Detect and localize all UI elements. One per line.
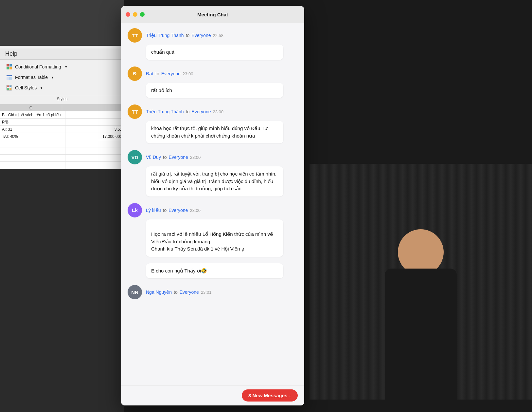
new-messages-button[interactable]: 3 New Messages ↓ (242, 389, 298, 402)
cell-empty[interactable] (0, 162, 65, 169)
svg-rect-3 (9, 67, 12, 69)
excel-grid: G H B - Giá trị sổ sách trên 1 cổ phiếu … (0, 104, 124, 169)
excel-panel: Help Conditional Formatting ▾ (0, 0, 124, 412)
message-meta: Lý kiều to Everyone 23:00 (146, 208, 201, 213)
message-group: Lk Lý kiều to Everyone 23:00 Học ra mới … (128, 203, 298, 257)
close-button[interactable] (126, 12, 130, 17)
sender-name: Đạt (146, 71, 153, 76)
svg-rect-5 (7, 77, 9, 78)
message-bubble: Học ra mới vỡ lẽ nhiều Lổ Hồng Kiến thức… (146, 219, 283, 257)
excel-top-bar (0, 0, 124, 46)
message-meta: Triệu Trung Thành to Everyone 22:58 (146, 33, 223, 38)
svg-rect-10 (7, 85, 9, 87)
chat-title: Meeting Chat (197, 12, 228, 17)
traffic-lights (126, 12, 145, 17)
message-group: E cho con ngủ Thầy ơi🤣 (128, 263, 298, 279)
cell-styles-icon (6, 84, 12, 91)
message-bubble: rất giá trị, rất tuyệt vời, trang bị cho… (146, 166, 283, 197)
recipient: Everyone (191, 109, 211, 114)
conditional-formatting-icon (6, 64, 12, 70)
chat-bottom-bar: 3 New Messages ↓ (121, 385, 304, 405)
cell-h4[interactable]: 17,000,000 (65, 133, 124, 140)
avatar: TT (128, 28, 142, 43)
conditional-formatting-item[interactable]: Conditional Formatting ▾ (3, 62, 121, 72)
avatar: Lk (128, 203, 142, 217)
to-text: to (155, 71, 159, 76)
recipient: Everyone (180, 290, 199, 295)
cell-empty[interactable] (0, 147, 65, 154)
video-area (310, 164, 532, 400)
format-as-table-item[interactable]: Format as Table ▾ (3, 72, 121, 83)
excel-help-label: Help (0, 48, 124, 60)
cell-empty[interactable] (0, 140, 65, 147)
message-header: Lk Lý kiều to Everyone 23:00 (128, 203, 298, 217)
message-meta: Vũ Duy to Everyone 23:00 (146, 155, 201, 160)
cell-h3[interactable]: 3,51 (65, 126, 124, 133)
to-text: to (174, 290, 178, 295)
message-bubble: chuẩn quá (146, 45, 283, 60)
svg-rect-8 (9, 78, 12, 80)
cell-h2[interactable] (65, 119, 124, 125)
table-row: B - Giá trị sổ sách trên 1 cổ phiếu (0, 111, 124, 119)
to-text: to (186, 109, 190, 114)
avatar: VD (128, 150, 142, 164)
svg-rect-4 (7, 75, 12, 76)
col-h-header: H (62, 105, 124, 111)
message-group: TT Triệu Trung Thành to Everyone 23:00 k… (128, 104, 298, 143)
cell-g2[interactable]: P/B (0, 119, 65, 125)
cell-styles-item[interactable]: Cell Styles ▾ (3, 83, 121, 93)
cell-empty[interactable] (65, 147, 124, 154)
cell-g1[interactable]: B - Giá trị sổ sách trên 1 cổ phiếu (0, 111, 65, 118)
excel-grid-header: G H (0, 104, 124, 111)
message-bubble: khóa học rất thực tế, giúp mình hiểu đún… (146, 121, 283, 143)
excel-styles-label: Styles (0, 95, 124, 103)
sender-name: Triệu Trung Thành (146, 33, 184, 38)
cell-empty[interactable] (65, 162, 124, 169)
avatar: NN (128, 285, 142, 299)
cell-g4[interactable]: TAI: 40% (0, 133, 65, 140)
cell-h1[interactable] (65, 111, 124, 118)
person-silhouette (372, 210, 470, 400)
table-row (0, 140, 124, 147)
cell-g3[interactable]: AI: 31 (0, 126, 65, 133)
svg-rect-13 (9, 88, 11, 90)
timestamp: 23:01 (201, 290, 212, 295)
person-head (398, 229, 444, 275)
svg-rect-12 (7, 88, 9, 90)
cell-empty[interactable] (65, 140, 124, 147)
message-meta: Đạt to Everyone 23:00 (146, 71, 193, 76)
minimize-button[interactable] (133, 12, 137, 17)
svg-rect-11 (9, 85, 11, 87)
cell-empty[interactable] (0, 155, 65, 161)
message-bubble: E cho con ngủ Thầy ơi🤣 (146, 263, 283, 279)
sender-name: Vũ Duy (146, 155, 161, 160)
table-row (0, 147, 124, 155)
maximize-button[interactable] (140, 12, 145, 17)
message-header: VD Vũ Duy to Everyone 23:00 (128, 150, 298, 164)
message-header: NN Nga Nguyễn to Everyone 23:01 (128, 285, 298, 299)
message-group: TT Triệu Trung Thành to Everyone 22:58 c… (128, 28, 298, 60)
col-g-header: G (0, 105, 62, 111)
sender-name: Lý kiều (146, 208, 161, 213)
chat-messages-list: TT Triệu Trung Thành to Everyone 22:58 c… (121, 23, 304, 385)
to-text: to (163, 155, 167, 160)
recipient: Everyone (168, 208, 188, 213)
timestamp: 23:00 (190, 208, 201, 213)
chat-titlebar: Meeting Chat (121, 6, 304, 23)
avatar: TT (128, 104, 142, 119)
excel-styles-section: Conditional Formatting ▾ Format as Table… (0, 60, 124, 95)
message-header: TT Triệu Trung Thành to Everyone 22:58 (128, 28, 298, 43)
message-header: Đ Đạt to Everyone 23:00 (128, 66, 298, 81)
sender-name: Triệu Trung Thành (146, 109, 184, 114)
timestamp: 22:58 (213, 33, 223, 38)
svg-rect-0 (7, 64, 9, 66)
svg-rect-1 (9, 64, 12, 66)
excel-ribbon: Help Conditional Formatting ▾ (0, 46, 124, 104)
recipient: Everyone (169, 155, 188, 160)
timestamp: 23:00 (213, 109, 223, 114)
svg-rect-2 (7, 67, 9, 69)
cell-empty[interactable] (65, 155, 124, 161)
sender-name: Nga Nguyễn (146, 290, 172, 295)
video-feed (310, 164, 532, 400)
recipient: Everyone (191, 33, 211, 38)
